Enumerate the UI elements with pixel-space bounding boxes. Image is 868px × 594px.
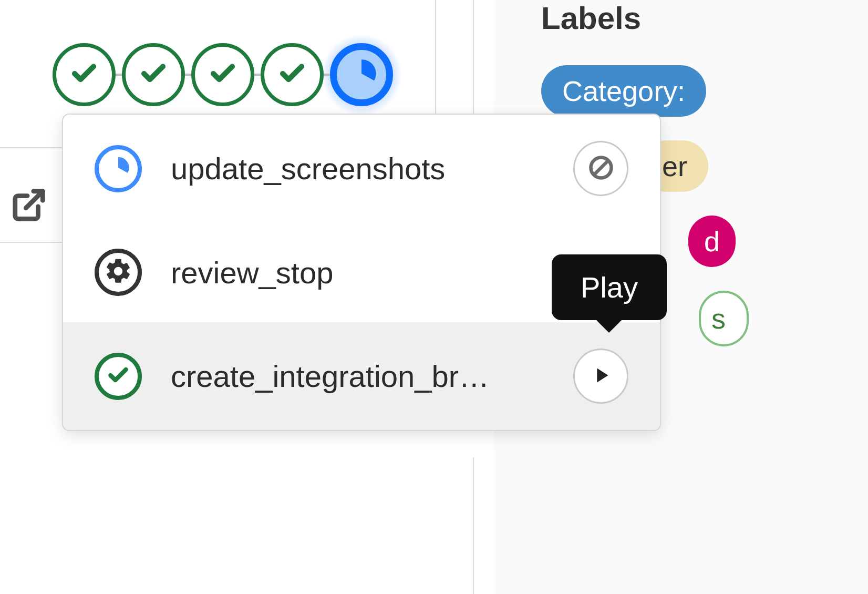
- play-icon: [589, 363, 613, 390]
- check-icon: [139, 59, 168, 90]
- job-item[interactable]: create_integration_br…: [63, 322, 660, 430]
- job-name: review_stop: [171, 255, 618, 290]
- tooltip-text: Play: [581, 271, 638, 304]
- status-success: [95, 353, 142, 400]
- divider: [473, 0, 474, 121]
- divider: [473, 457, 474, 594]
- status-running: [95, 145, 142, 192]
- running-icon: [106, 155, 131, 182]
- pipeline-stage-success[interactable]: [53, 43, 116, 106]
- pipeline-stage-success[interactable]: [261, 43, 324, 106]
- cancel-job-button[interactable]: [573, 141, 628, 196]
- svg-line-2: [594, 161, 608, 175]
- job-item[interactable]: update_screenshots: [63, 115, 660, 222]
- divider: [0, 147, 63, 148]
- stage-connector: [116, 74, 122, 76]
- status-manual: [95, 249, 142, 296]
- stage-connector: [185, 74, 191, 76]
- pipeline-stage-success[interactable]: [122, 43, 185, 106]
- pipeline-stage-row: [53, 43, 393, 106]
- tooltip: Play: [552, 254, 667, 320]
- play-job-button[interactable]: [573, 349, 628, 404]
- job-name: create_integration_br…: [171, 359, 563, 394]
- label-chip[interactable]: Category:: [541, 65, 706, 117]
- check-icon: [209, 59, 237, 90]
- check-icon: [70, 59, 98, 90]
- label-chip[interactable]: s: [699, 291, 749, 346]
- check-icon: [278, 59, 306, 90]
- label-chip[interactable]: d: [688, 216, 736, 267]
- divider: [435, 0, 436, 121]
- stage-connector: [324, 74, 330, 76]
- labels-title: Labels: [541, 0, 868, 36]
- pipeline-stage-running[interactable]: [330, 43, 393, 106]
- external-link-icon[interactable]: [0, 187, 47, 234]
- pipeline-stage-success[interactable]: [191, 43, 254, 106]
- stage-connector: [254, 74, 261, 76]
- cancel-icon: [587, 154, 615, 183]
- running-icon: [345, 57, 378, 93]
- check-icon: [107, 364, 130, 389]
- divider: [0, 242, 63, 243]
- job-name: update_screenshots: [171, 151, 563, 186]
- gear-icon: [104, 257, 133, 288]
